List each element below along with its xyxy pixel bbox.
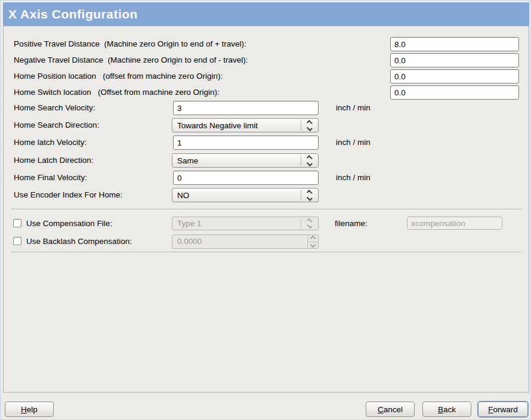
home-search-velocity-input[interactable] <box>173 101 319 115</box>
combo-arrows-icon <box>301 120 318 131</box>
negative-travel-label: Negative Travel Distance (Machine zero O… <box>14 53 248 67</box>
back-button[interactable]: Back <box>422 402 471 417</box>
home-final-velocity-input[interactable] <box>173 171 319 185</box>
spin-down-icon <box>308 242 318 249</box>
spin-up-icon <box>308 235 318 242</box>
page-title: X Axis Configuration <box>3 2 529 26</box>
home-latch-velocity-label: Home latch Velocity: <box>14 135 87 149</box>
use-compensation-file-checkbox[interactable] <box>13 219 21 227</box>
x-axis-configuration-window: X Axis Configuration Positive Travel Dis… <box>0 0 531 420</box>
encoder-index-select[interactable]: NO <box>172 188 319 202</box>
compensation-type-select: Type 1 <box>172 217 319 230</box>
positive-travel-label: Positive Travel Distance (Machine zero O… <box>14 37 246 51</box>
home-final-velocity-unit: inch / min <box>336 171 371 185</box>
home-position-label: Home Position location (offset from mach… <box>14 69 223 83</box>
combo-arrows-icon <box>301 218 318 228</box>
separator <box>11 209 521 210</box>
home-switch-input[interactable] <box>390 85 519 100</box>
spinner-buttons <box>307 235 318 248</box>
separator <box>11 252 521 253</box>
negative-travel-input[interactable] <box>390 53 519 67</box>
backlash-value: 0.0000 <box>172 235 307 248</box>
home-search-direction-value: Towards Negative limit <box>172 121 301 130</box>
use-backlash-compensation-label: Use Backlash Compensation: <box>26 234 132 248</box>
encoder-index-label: Use Encoder Index For Home: <box>14 188 122 202</box>
encoder-index-value: NO <box>172 191 301 200</box>
home-final-velocity-label: Home Final Velocity: <box>14 171 87 184</box>
home-latch-direction-select[interactable]: Same <box>172 153 319 168</box>
home-search-direction-select[interactable]: Towards Negative limit <box>172 118 319 132</box>
compensation-filename-input <box>407 217 502 230</box>
home-latch-direction-value: Same <box>172 156 301 165</box>
home-switch-label: Home Switch location (Offset from machin… <box>14 85 220 99</box>
home-search-direction-label: Home Search Direction: <box>14 118 99 132</box>
combo-arrows-icon <box>301 155 318 166</box>
backlash-spinner: 0.0000 <box>172 234 319 249</box>
use-compensation-file-label: Use Compensation File: <box>26 217 112 230</box>
home-search-velocity-unit: inch / min <box>336 101 371 115</box>
home-search-velocity-label: Home Search Velocity: <box>14 101 95 115</box>
home-latch-velocity-unit: inch / min <box>336 135 371 150</box>
positive-travel-input[interactable] <box>390 37 519 51</box>
home-latch-direction-label: Home Latch Direction: <box>14 153 94 167</box>
home-position-input[interactable] <box>390 69 519 84</box>
home-latch-velocity-input[interactable] <box>173 135 319 150</box>
cancel-button[interactable]: Cancel <box>366 402 415 417</box>
filename-label: filename: <box>335 217 368 230</box>
compensation-type-value: Type 1 <box>172 219 301 228</box>
forward-button[interactable]: Forward <box>478 402 528 417</box>
use-backlash-compensation-checkbox[interactable] <box>13 237 21 245</box>
help-button[interactable]: Help <box>5 402 54 417</box>
combo-arrows-icon <box>301 190 318 200</box>
